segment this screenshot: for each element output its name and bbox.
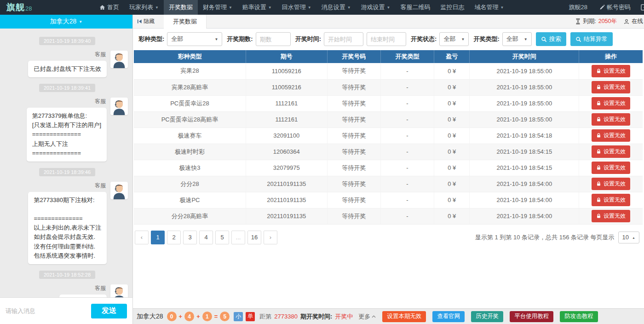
view-official-site-button[interactable]: 查看官网 [432,311,465,322]
account-status: 到期: 2050年 在线 [575,17,644,25]
tab-draw-data[interactable]: 开奖数据 [164,15,207,29]
chat-timestamp: 2021-10-19 18:39:46 [39,168,95,176]
anti-attack-tutorial-button[interactable]: 防攻击教程 [560,311,598,322]
cell-operation: 设置无效 [579,79,643,95]
start-time-input[interactable] [324,32,363,46]
set-invalid-button[interactable]: 设置无效 [592,129,630,142]
send-button[interactable]: 发送 [91,304,127,318]
draw-status-label: 开奖状态: [411,35,437,43]
page-4[interactable]: 4 [199,231,213,244]
page-size-select[interactable]: 10 ▲ [618,231,639,243]
cell-draw-number: 等待开奖 [327,192,380,208]
page-prev[interactable]: ‹ [135,231,149,244]
search-button[interactable]: 搜索 [536,32,566,46]
page-2[interactable]: 2 [167,231,181,244]
chat-message-list[interactable]: 2021-10-19 18:39:40 客服 已封盘,封盘线下下注无效 2021… [0,29,132,297]
page-3[interactable]: 3 [183,231,197,244]
set-invalid-button[interactable]: 设置无效 [592,210,630,222]
lock-icon [596,214,601,219]
hide-sidebar-button[interactable]: 隐藏 [137,17,155,25]
page-ellipsis: ... [231,231,245,244]
nav-item-monitor-log[interactable]: 监控日志 [436,0,470,15]
draw-number-ball: 1 [202,312,212,321]
header-draw-number: 开奖号码 [327,50,380,63]
settlement-abnormal-button[interactable]: 结算异常 [570,32,613,46]
pagination: ‹ 1 2 3 4 5 ... 16 › [135,231,277,244]
nav-item-domain[interactable]: 域名管理 ▼ [470,0,509,15]
lottery-type-label: 彩种类型: [138,35,164,43]
expiry-value: 2050年 [598,17,617,25]
message-bubble: 第2773379账单信息: [只发送上期有下注的用户] ============… [27,108,107,162]
cell-operation: 设置无效 [579,127,643,144]
cell-draw-number: 等待开奖 [327,176,380,192]
countdown-prefix: 距第 [259,312,271,321]
cell-profit: 0 ¥ [434,176,470,192]
current-period: 2773380 [274,313,298,320]
draw-period-input[interactable] [256,32,291,46]
nav-item-rebate[interactable]: 回水管理 ▼ [277,0,316,15]
parity-badge: 单 [246,312,255,321]
table-row: 宾果28 110059216 等待开奖 - 0 ¥ 2021-10-19 18:… [134,63,643,79]
nav-item-service-qrcode[interactable]: 客服二维码 [396,0,436,15]
home-icon [99,5,105,10]
cell-draw-type: - [380,192,434,208]
cell-draw-number: 等待开奖 [327,79,380,95]
message-input[interactable] [6,307,86,314]
nav-item-home[interactable]: 首页 [94,0,124,15]
cell-period: 202110191135 [246,192,327,208]
cell-draw-number: 等待开奖 [327,111,380,127]
page-1[interactable]: 1 [151,231,165,244]
set-invalid-button[interactable]: 设置无效 [592,178,630,190]
nav-item-draw-data[interactable]: 开奖数据 [164,0,198,15]
cell-lottery-type: 极速时时彩 [134,144,246,160]
page-next[interactable]: › [264,231,277,244]
chat-timestamp: 2021-10-19 18:39:41 [39,84,95,92]
draw-type-select[interactable]: 全部 ▼ [502,32,532,46]
set-invalid-button[interactable]: 设置无效 [592,97,630,110]
nav-item-finance[interactable]: 财务管理 ▼ [198,0,237,15]
set-invalid-button[interactable]: 设置无效 [592,81,630,93]
history-draws-button[interactable]: 历史开奖 [471,311,503,322]
size-badge: 小 [234,312,243,321]
draw-status-select[interactable]: 全部 ▼ [439,32,469,46]
nav-item-players[interactable]: 玩家列表 ▼ [124,0,164,15]
header-profit: 盈亏 [434,50,470,63]
expiry-label: 到期: [583,17,596,25]
nav-item-odds[interactable]: 赔率设置 ▼ [237,0,277,15]
chat-input-bar: 发送 [0,297,132,324]
set-invalid-button[interactable]: 设置无效 [592,65,630,77]
chat-room-selector[interactable]: 加拿大28 ▼ [0,15,132,29]
table-row: PC蛋蛋幸运28 1112161 等待开奖 - 0 ¥ 2021-10-19 1… [134,95,643,111]
pagination-bar: ‹ 1 2 3 4 5 ... 16 › 显示第 1 到第 10 条记录，总共 … [135,231,639,244]
cell-draw-time: 2021-10-19 18:55:00 [470,79,579,95]
nav-item-game-settings[interactable]: 游戏设置 ▼ [356,0,396,15]
cell-draw-number: 等待开奖 [327,127,380,144]
set-invalid-button[interactable]: 设置无效 [592,113,630,126]
logout-icon[interactable] [641,4,644,11]
more-toggle[interactable]: 更多 [358,312,376,321]
hourglass-icon [575,18,581,24]
lock-icon [596,117,601,122]
lock-icon [596,85,601,90]
page-5[interactable]: 5 [215,231,229,244]
cell-profit: 0 ¥ [434,79,470,95]
chevron-down-icon: ▼ [524,37,528,41]
platform-tutorial-button[interactable]: 平台使用教程 [510,311,553,322]
set-invalid-button[interactable]: 设置无效 [592,194,630,206]
cell-draw-type: - [380,63,434,79]
end-time-input[interactable] [367,32,406,46]
lottery-type-select[interactable]: 全部 ▼ [167,32,222,46]
nav-item-message[interactable]: 消息设置 ▼ [316,0,356,15]
lock-icon [596,133,601,138]
site-name[interactable]: 旗舰28 [567,3,589,12]
page-16[interactable]: 16 [247,231,261,244]
set-period-invalid-button[interactable]: 设置本期无效 [382,311,426,322]
cell-operation: 设置无效 [579,176,643,192]
chevron-down-icon: ▼ [347,6,351,10]
cell-period: 1112161 [246,111,327,127]
set-invalid-button[interactable]: 设置无效 [592,162,630,174]
cell-operation: 设置无效 [579,111,643,127]
cell-draw-time: 2021-10-19 18:55:00 [470,63,579,79]
account-password-link[interactable]: 帐号密码 [598,3,632,12]
set-invalid-button[interactable]: 设置无效 [592,145,630,158]
